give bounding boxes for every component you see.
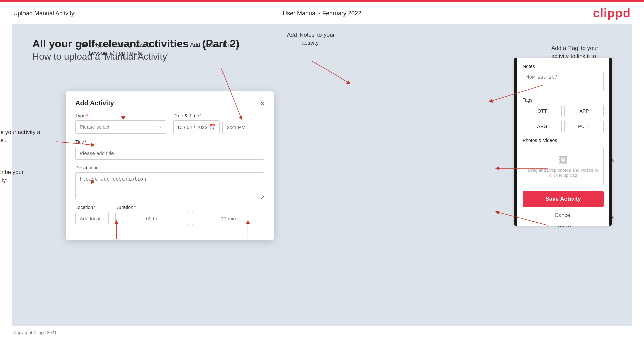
- modal-close-button[interactable]: ×: [260, 100, 264, 107]
- form-row-location-duration: Location* Duration*: [75, 205, 264, 225]
- tag-ott[interactable]: OTT: [523, 105, 562, 117]
- copyright: Copyright Clippd 2021: [0, 326, 644, 339]
- photos-videos-label: Photos & Videos: [523, 138, 604, 143]
- save-activity-button[interactable]: Save Activity: [523, 191, 604, 207]
- annotation-description: Describe youractivity.: [0, 168, 42, 185]
- datetime-label: Date & Time*: [173, 113, 264, 118]
- heading-bold: All your golf-relevant activities… (Part…: [32, 38, 612, 50]
- tag-app[interactable]: APP: [564, 105, 604, 117]
- notes-label: Notes: [523, 64, 604, 69]
- tags-label: Tags: [523, 97, 604, 103]
- notes-input[interactable]: [523, 71, 604, 91]
- logo: clippd: [593, 6, 631, 20]
- duration-inputs: [115, 212, 264, 225]
- title-label: Title*: [75, 139, 264, 145]
- form-group-datetime: Date & Time* 15 / 02 / 2022 📅 2:21 PM: [173, 113, 264, 134]
- upload-area[interactable]: 🖼 Drag and Drop photos and videos or cli…: [523, 148, 604, 185]
- form-group-title: Title*: [75, 139, 264, 160]
- description-label: Description: [75, 165, 264, 170]
- form-row-description: Description: [75, 165, 264, 199]
- cancel-button[interactable]: Cancel: [523, 210, 604, 220]
- date-input[interactable]: 15 / 02 / 2022 📅: [173, 120, 220, 134]
- tag-arg[interactable]: ARG: [523, 120, 562, 133]
- duration-hr-input[interactable]: [115, 212, 188, 225]
- calendar-icon: 📅: [210, 124, 216, 130]
- page-title-left: Upload Manual Activity: [13, 10, 75, 17]
- form-group-location: Location*: [75, 205, 109, 225]
- title-input[interactable]: [75, 147, 264, 160]
- type-select[interactable]: Please select: [75, 120, 166, 134]
- form-row-type-datetime: Type* Please select Date & Time* 15 / 02…: [75, 113, 264, 134]
- location-label: Location*: [75, 205, 109, 210]
- add-activity-modal: Add Activity × Type* Please select Date …: [66, 91, 274, 240]
- form-group-description: Description: [75, 165, 264, 199]
- duration-label: Duration*: [115, 205, 264, 210]
- type-label: Type*: [75, 113, 166, 118]
- tags-grid: OTT APP ARG PUTT: [523, 105, 604, 133]
- top-bar: Upload Manual Activity User Manual - Feb…: [0, 2, 644, 24]
- upload-icon: 🖼: [526, 155, 600, 166]
- time-input[interactable]: 2:21 PM: [222, 121, 264, 134]
- modal-header: Add Activity ×: [75, 99, 264, 107]
- modal-title: Add Activity: [75, 99, 114, 107]
- page-title-center: User Manual - February 2022: [283, 10, 361, 17]
- form-group-duration: Duration*: [115, 205, 264, 225]
- datetime-inputs: 15 / 02 / 2022 📅 2:21 PM: [173, 120, 264, 134]
- tag-putt[interactable]: PUTT: [564, 120, 604, 133]
- phone-panel: Notes Tags OTT APP ARG PUTT Photos & Vid…: [514, 58, 612, 226]
- form-group-type: Type* Please select: [75, 113, 166, 134]
- description-input[interactable]: [75, 172, 264, 199]
- annotation-title: Give your activity a'Title'.: [0, 128, 46, 144]
- upload-text: Drag and Drop photos and videos or click…: [526, 168, 600, 178]
- duration-min-input[interactable]: [192, 212, 264, 225]
- main-content: All your golf-relevant activities… (Part…: [12, 24, 632, 326]
- location-input[interactable]: [75, 212, 109, 225]
- form-row-title: Title*: [75, 139, 264, 160]
